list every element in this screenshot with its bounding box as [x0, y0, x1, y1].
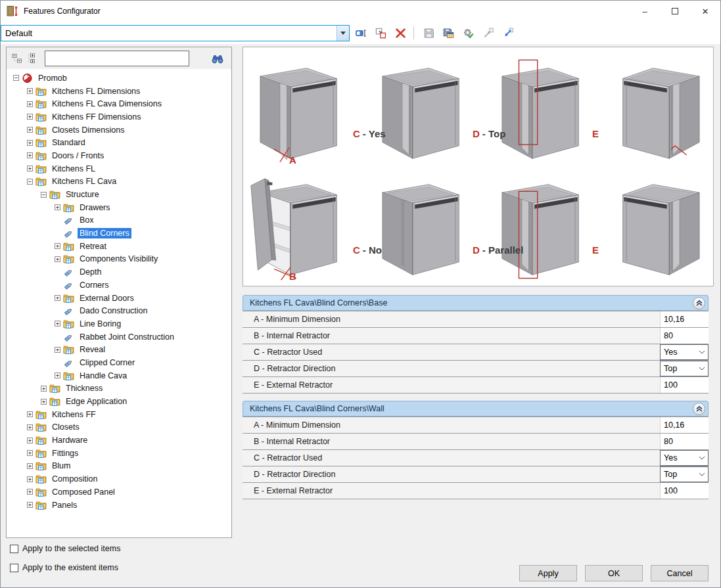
- tree-item-hardware[interactable]: +Hardware: [8, 434, 231, 447]
- tree-item-drawers[interactable]: +Drawers: [8, 201, 231, 214]
- apply-existent-checkbox[interactable]: [10, 564, 18, 572]
- tree-item-blind-corners[interactable]: Blind Corners: [8, 227, 231, 240]
- tree-item-doors-fronts[interactable]: +Doors / Fronts: [8, 149, 231, 162]
- tree-expander-plus[interactable]: +: [27, 411, 33, 417]
- tree-item-retreat[interactable]: +Retreat: [8, 240, 231, 253]
- tree-item-blum[interactable]: +Blum: [8, 460, 231, 473]
- feature-set-combobox[interactable]: Default: [1, 25, 350, 41]
- tree-expander-plus[interactable]: +: [27, 489, 33, 495]
- tree-expander-plus[interactable]: +: [27, 463, 33, 469]
- window-title: Features Configurator: [24, 7, 101, 16]
- group-header[interactable]: Kitchens FL Cava\Blind Corners\Base: [243, 295, 709, 311]
- ok-button[interactable]: OK: [585, 565, 643, 581]
- property-dropdown[interactable]: Yes: [660, 450, 709, 466]
- tree-expander-plus[interactable]: +: [27, 140, 33, 146]
- minimize-button[interactable]: –: [630, 1, 660, 22]
- tree-item-closets[interactable]: +Closets: [8, 421, 231, 434]
- tree-item-kitchens-fl-cava[interactable]: −Kitchens FL Cava: [8, 175, 231, 189]
- tree-expander-plus[interactable]: +: [27, 450, 33, 456]
- property-value-field[interactable]: 80: [660, 328, 709, 344]
- tree-item-closets-dimensions[interactable]: +Closets Dimensions: [8, 124, 231, 137]
- tree-item-depth[interactable]: Depth: [8, 265, 231, 279]
- tree-expander-plus[interactable]: +: [27, 114, 33, 120]
- apply-selected-checkbox[interactable]: [10, 545, 18, 553]
- tree-item-panels[interactable]: +Panels: [8, 499, 231, 512]
- group-header[interactable]: Kitchens FL Cava\Blind Corners\Wall: [243, 401, 709, 417]
- expand-all-button[interactable]: [25, 51, 41, 66]
- tree-expander-minus[interactable]: −: [27, 179, 33, 185]
- tree-item-external-doors[interactable]: +External Doors: [8, 292, 231, 305]
- collapse-all-button[interactable]: [9, 51, 25, 66]
- tree-item-line-boring[interactable]: +Line Boring: [8, 317, 231, 330]
- tree-expander-plus[interactable]: +: [55, 347, 60, 353]
- tree-expander-minus[interactable]: −: [13, 75, 19, 81]
- apply-existent-option[interactable]: Apply to the existent items: [10, 563, 118, 572]
- apply-button[interactable]: Apply: [519, 565, 577, 581]
- tree-expander-plus[interactable]: +: [27, 101, 33, 107]
- tree-item-kitchens-fl[interactable]: +Kitchens FL: [8, 162, 231, 175]
- import-button[interactable]: [499, 24, 516, 41]
- property-value-field[interactable]: 10,16: [660, 417, 709, 433]
- tree-expander-minus[interactable]: −: [41, 192, 47, 198]
- property-dropdown[interactable]: Top: [660, 466, 709, 482]
- tree-expander-plus[interactable]: +: [27, 424, 33, 430]
- property-dropdown[interactable]: Yes: [660, 344, 709, 360]
- tree-expander-plus[interactable]: +: [55, 373, 60, 378]
- tree-expander-plus[interactable]: +: [27, 438, 33, 443]
- tree-search-input[interactable]: [45, 51, 189, 66]
- tree-item-reveal[interactable]: +Reveal: [8, 343, 231, 356]
- tree-expander-plus[interactable]: +: [41, 386, 47, 392]
- tree-item-clipped-corner[interactable]: Clipped Corner: [8, 356, 231, 369]
- tree-item-structure[interactable]: −Structure: [8, 188, 231, 201]
- duplicate-feature-set-button[interactable]: [372, 24, 389, 41]
- tree-item-kitchens-fl-cava-dimensions[interactable]: +Kitchens FL Cava Dimensions: [8, 97, 231, 110]
- tree-expander-plus[interactable]: +: [27, 88, 33, 94]
- property-dropdown[interactable]: Top: [660, 361, 709, 376]
- tree-item-components-visibility[interactable]: +Components Visibility: [8, 253, 231, 266]
- apply-settings-button[interactable]: [459, 24, 477, 41]
- tree-expander-plus[interactable]: +: [55, 321, 60, 327]
- collapse-group-button[interactable]: [693, 297, 705, 309]
- tree-expander-plus[interactable]: +: [55, 256, 60, 262]
- search-binoculars-icon[interactable]: [209, 51, 226, 66]
- tree-expander-plus[interactable]: +: [27, 476, 33, 482]
- save-image-button[interactable]: [440, 24, 457, 41]
- tree-item-promob[interactable]: −Promob: [8, 72, 231, 85]
- tree-expander-plus[interactable]: +: [55, 243, 60, 249]
- property-label: E - External Retractor: [243, 380, 660, 390]
- tree-item-handle-cava[interactable]: +Handle Cava: [8, 369, 231, 382]
- tree-expander-plus[interactable]: +: [27, 152, 33, 158]
- close-button[interactable]: ✕: [690, 1, 720, 22]
- property-value-field[interactable]: 100: [660, 377, 709, 393]
- collapse-group-button[interactable]: [693, 403, 705, 415]
- tree-expander-plus[interactable]: +: [27, 127, 33, 133]
- property-value-field[interactable]: 10,16: [660, 311, 709, 327]
- tree-expander-plus[interactable]: +: [55, 204, 60, 210]
- tree-item-corners[interactable]: Corners: [8, 279, 231, 292]
- property-value-field[interactable]: 80: [660, 434, 709, 449]
- tree-item-standard[interactable]: +Standard: [8, 136, 231, 149]
- tree-item-kitchens-ff-dimensions[interactable]: +Kitchens FF Dimensions: [8, 110, 231, 124]
- tree-expander-plus[interactable]: +: [27, 166, 33, 171]
- tree-item-thickness[interactable]: +Thickness: [8, 382, 231, 396]
- preview-cell-d-top: D- Top: [471, 50, 591, 167]
- tree-item-kitchens-fl-dimensions[interactable]: +Kitchens FL Dimensions: [8, 85, 231, 98]
- tree-expander-plus[interactable]: +: [41, 399, 47, 405]
- tree-item-fittings[interactable]: +Fittings: [8, 447, 231, 460]
- tree-item-edge-application[interactable]: +Edge Application: [8, 395, 231, 408]
- tree-item-composition[interactable]: +Composition: [8, 472, 231, 486]
- tree-item-dado-construction[interactable]: Dado Construction: [8, 304, 231, 317]
- apply-selected-option[interactable]: Apply to the selected items: [10, 544, 120, 553]
- tree-expander-plus[interactable]: +: [27, 502, 33, 508]
- property-value-field[interactable]: 100: [660, 483, 709, 499]
- tree-item-composed-panel[interactable]: +Composed Panel: [8, 486, 231, 499]
- tree-item-rabbet-joint-construction[interactable]: Rabbet Joint Construction: [8, 330, 231, 344]
- maximize-button[interactable]: [660, 1, 690, 22]
- tree-expander-plus[interactable]: +: [55, 295, 60, 301]
- combobox-dropdown-button[interactable]: [337, 26, 349, 41]
- cancel-button[interactable]: Cancel: [651, 565, 709, 581]
- delete-feature-set-button[interactable]: [392, 24, 409, 41]
- rename-feature-set-button[interactable]: [352, 24, 369, 41]
- tree-item-kitchens-ff[interactable]: +Kitchens FF: [8, 408, 231, 421]
- tree-item-box[interactable]: Box: [8, 214, 231, 227]
